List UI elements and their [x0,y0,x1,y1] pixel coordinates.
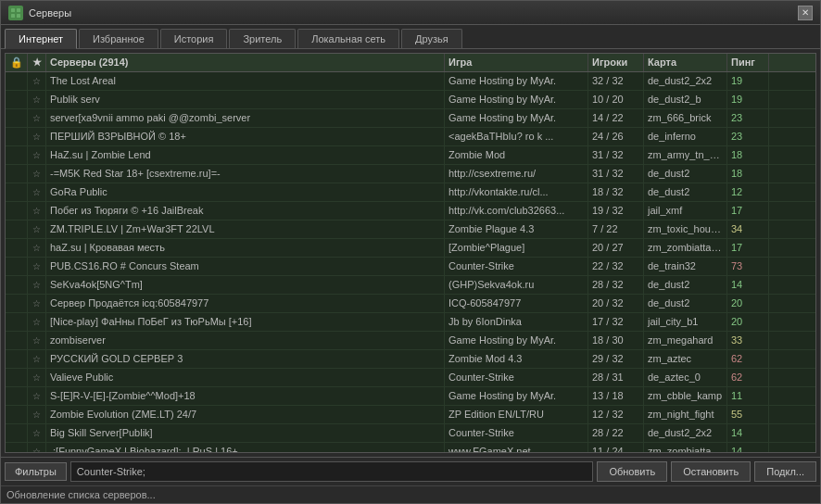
server-ping: 20 [727,295,769,312]
server-map: zm_cbble_kamp [644,387,727,405]
favorite-icon[interactable]: ☆ [28,220,46,238]
favorite-icon[interactable]: ☆ [28,369,46,386]
server-ping: 34 [727,220,769,238]
main-content: 🔒 ★ Серверы (2914) Игра Игроки Карта Пин… [1,49,820,457]
lock-cell [6,183,28,201]
table-row[interactable]: ☆server[xa9vnii ammo paki @@zombi_server… [6,109,815,128]
favorite-icon[interactable]: ☆ [28,313,46,331]
table-row[interactable]: ☆.:[FunnyGameX | Biohazard]:. | RuS | 16… [6,443,815,452]
table-row[interactable]: ☆GoRa Publichttp://vkontakte.ru/cl...18 … [6,183,815,202]
server-map: zm_aztec [644,350,727,368]
server-ping: 55 [727,406,769,423]
favorite-icon[interactable]: ☆ [28,202,46,220]
table-row[interactable]: ☆SeKva4ok[5NG^Tm](GHP)Sekva4ok.ru28 / 32… [6,276,815,295]
table-row[interactable]: ☆Valieve PublicCounter-Strike28 / 31de_a… [6,369,815,387]
table-row[interactable]: ☆-=M5K Red Star 18+ [csextreme.ru]=-http… [6,165,815,183]
close-button[interactable]: ✕ [798,6,813,20]
server-map: de_dust2_b [644,91,727,108]
tab-lan[interactable]: Локальная сеть [297,29,399,48]
table-row[interactable]: ☆The Lost ArealGame Hosting by MyAr.32 /… [6,72,815,91]
server-players: 12 / 32 [588,406,644,423]
table-row[interactable]: ☆Zombie Evolution (ZME.LT) 24/7ZP Editio… [6,406,815,424]
server-name: haZ.su | Кровавая месть [46,239,445,257]
window-title: Серверы [29,7,798,19]
favorite-icon[interactable]: ☆ [28,258,46,275]
server-name: ZM.TRIPLE.LV | Zm+War3FT 22LVL [46,220,445,238]
favorite-icon[interactable]: ☆ [28,239,46,257]
header-servers[interactable]: Серверы (2914) [46,54,445,71]
server-players: 31 / 32 [588,146,644,164]
favorite-icon[interactable]: ☆ [28,72,46,90]
favorite-icon[interactable]: ☆ [28,146,46,164]
favorite-icon[interactable]: ☆ [28,128,46,145]
favorite-icon[interactable]: ☆ [28,165,46,183]
table-row[interactable]: ☆Побег из Тюряги © +16 JailBreakhttp://v… [6,202,815,220]
server-ping: 18 [727,146,769,164]
update-button[interactable]: Обновить [597,461,667,482]
table-row[interactable]: ☆PUB.CS16.RO # Concurs SteamCounter-Stri… [6,258,815,276]
tab-viewer[interactable]: Зритель [229,29,296,48]
table-row[interactable]: ☆Сервер Продаётся icq:605847977ICQ-60584… [6,295,815,313]
table-row[interactable]: ☆ПЕРШИЙ ВЗРЫВНОЙ © 18+<agekBaTHbIu? ro k… [6,128,815,146]
header-game[interactable]: Игра [445,54,588,71]
tab-favorites[interactable]: Избранное [79,29,158,48]
server-game: Game Hosting by MyAr. [445,72,588,90]
server-ping: 17 [727,202,769,220]
header-map[interactable]: Карта [644,54,727,71]
svg-rect-2 [11,14,15,18]
table-row[interactable]: ☆Publik servGame Hosting by MyAr.10 / 20… [6,91,815,109]
lock-cell [6,424,28,442]
server-players: 28 / 22 [588,424,644,442]
tab-internet[interactable]: Интернет [5,29,77,49]
server-name: -=M5K Red Star 18+ [csextreme.ru]=- [46,165,445,183]
favorite-icon[interactable]: ☆ [28,183,46,201]
favorite-icon[interactable]: ☆ [28,332,46,349]
table-body[interactable]: ☆The Lost ArealGame Hosting by MyAr.32 /… [6,72,815,452]
table-row[interactable]: ☆[Nice-play] ФаНны ПоБеГ из ТюРьМы [+16]… [6,313,815,332]
connect-button[interactable]: Подкл... [754,461,816,482]
server-name: ПЕРШИЙ ВЗРЫВНОЙ © 18+ [46,128,445,145]
main-window: Серверы ✕ Интернет Избранное История Зри… [0,0,821,504]
table-row[interactable]: ☆zombiserverGame Hosting by MyAr.18 / 30… [6,332,815,350]
server-ping: 62 [727,369,769,386]
favorite-icon[interactable]: ☆ [28,443,46,452]
favorite-icon[interactable]: ☆ [28,295,46,312]
server-players: 13 / 18 [588,387,644,405]
favorite-icon[interactable]: ☆ [28,91,46,108]
table-row[interactable]: ☆РУССКИЙ GOLD СЕРВЕР 3Zombie Mod 4.329 /… [6,350,815,369]
header-ping[interactable]: Пинг [727,54,769,71]
table-row[interactable]: ☆HaZ.su | Zombie LendZombie Mod31 / 32zm… [6,146,815,165]
favorite-icon[interactable]: ☆ [28,109,46,127]
table-row[interactable]: ☆ZM.TRIPLE.LV | Zm+War3FT 22LVLZombie Pl… [6,220,815,239]
lock-cell [6,128,28,145]
lock-cell [6,313,28,331]
header-lock: 🔒 [6,54,28,71]
table-row[interactable]: ☆S-[E]R-V-[E]-[Zombie^^Mod]+18Game Hosti… [6,387,815,406]
favorite-icon[interactable]: ☆ [28,406,46,423]
server-table: 🔒 ★ Серверы (2914) Игра Игроки Карта Пин… [5,53,816,453]
header-players[interactable]: Игроки [588,54,644,71]
tab-history[interactable]: История [160,29,228,48]
table-row[interactable]: ☆haZ.su | Кровавая месть[Zombie^Plague]2… [6,239,815,258]
favorite-icon[interactable]: ☆ [28,387,46,405]
server-map: de_dust2 [644,183,727,201]
stop-button[interactable]: Остановить [671,461,751,482]
server-game: Counter-Strike [445,369,588,386]
server-name: Publik serv [46,91,445,108]
favorite-icon[interactable]: ☆ [28,424,46,442]
server-map: de_dust2 [644,276,727,294]
favorite-icon[interactable]: ☆ [28,276,46,294]
tab-friends[interactable]: Друзья [401,29,462,48]
server-ping: 12 [727,183,769,201]
server-players: 32 / 32 [588,72,644,90]
table-row[interactable]: ☆Big Skill Server[Publik]Counter-Strike2… [6,424,815,443]
server-name: PUB.CS16.RO # Concurs Steam [46,258,445,275]
favorite-icon[interactable]: ☆ [28,350,46,368]
server-map: de_aztec_0 [644,369,727,386]
server-map: jail_xmf [644,202,727,220]
filter-button[interactable]: Фильтры [5,462,67,481]
server-map: zm_zombiattack_n... [644,239,727,257]
lock-cell [6,109,28,127]
filter-input[interactable] [70,461,594,482]
server-players: 18 / 30 [588,332,644,349]
